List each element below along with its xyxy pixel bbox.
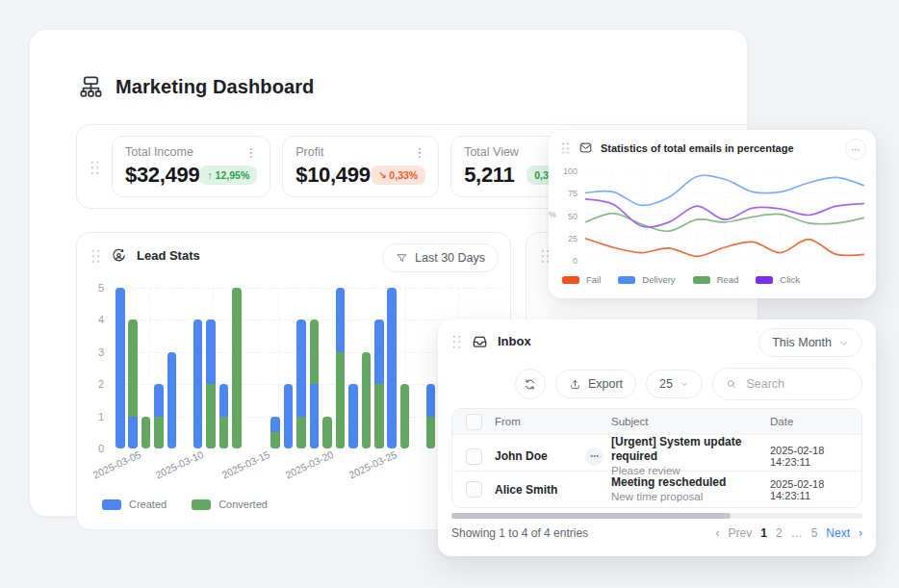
y-tick: 100 xyxy=(560,166,578,176)
column-date: Date xyxy=(770,416,862,427)
subject-cell: Meeting rescheduledNew time proposal xyxy=(611,475,770,504)
scrollbar-thumb[interactable] xyxy=(451,513,731,519)
y-tick: 0 xyxy=(85,443,104,454)
lead-stats-title: Lead Stats xyxy=(137,248,200,263)
table-row[interactable]: John Doe⋯ [Urgent] System update require… xyxy=(452,434,861,471)
y-tick: 2 xyxy=(85,378,104,390)
y-tick: 5 xyxy=(85,282,104,294)
page-item-next[interactable]: Next xyxy=(826,526,850,540)
drag-handle-icon[interactable] xyxy=(451,334,462,348)
y-tick: 4 xyxy=(85,314,104,325)
funnel-icon xyxy=(396,252,408,265)
x-tick-label: 2025-03-20 xyxy=(284,448,336,481)
ellipsis-menu-button[interactable]: ⋯ xyxy=(845,139,866,160)
date-cell: 2025-02-18 14:23:11 xyxy=(770,478,862,501)
x-tick-label: 2025-03-25 xyxy=(347,448,399,481)
bar-segment xyxy=(141,417,151,448)
kpi-label: Total View xyxy=(464,145,519,159)
period-value: This Month xyxy=(772,336,832,349)
bar-segment xyxy=(167,352,177,448)
drag-handle-icon[interactable] xyxy=(90,248,101,263)
page-item--[interactable]: … xyxy=(791,526,803,540)
kpi-card-profit: Profit ⋮ $10,499 ↘ 0,33% xyxy=(282,136,439,197)
refresh-icon xyxy=(523,377,537,392)
bar-segment xyxy=(116,288,125,448)
search-box[interactable] xyxy=(712,368,862,400)
refresh-button[interactable] xyxy=(515,369,546,399)
x-tick-label: 2025-03-15 xyxy=(220,448,272,481)
bar-segment xyxy=(284,384,294,448)
bar-segment xyxy=(232,288,242,448)
lead-legend: CreatedConverted xyxy=(102,499,268,510)
date-cell: 2025-02-18 14:23:11 xyxy=(770,445,862,468)
bar-segment xyxy=(400,384,410,448)
mail-icon xyxy=(578,141,593,155)
chevron-down-icon xyxy=(838,338,849,348)
kpi-label: Total Income xyxy=(125,145,193,159)
entries-summary: Showing 1 to 4 of 4 entries xyxy=(451,526,588,540)
search-input[interactable] xyxy=(744,376,849,392)
kpi-trend-badge: ↘ 0,33% xyxy=(371,166,426,185)
drag-handle-icon[interactable] xyxy=(561,141,570,154)
kebab-menu-icon[interactable]: ⋮ xyxy=(413,146,425,159)
kpi-value: $10,499 xyxy=(295,163,370,188)
legend-swatch xyxy=(192,499,211,510)
y-tick: 75 xyxy=(560,189,578,198)
y-tick: 3 xyxy=(85,346,104,358)
legend-item-delivery: Delivery xyxy=(618,274,675,285)
table-scrollbar[interactable] xyxy=(451,513,862,519)
bar-segment xyxy=(219,417,229,448)
table-row[interactable]: Alice Smith Meeting rescheduledNew time … xyxy=(452,471,861,507)
column-subject: Subject xyxy=(611,416,770,427)
row-menu-button[interactable]: ⋯ xyxy=(585,447,604,466)
y-tick: 50 xyxy=(560,212,578,221)
search-icon xyxy=(726,377,736,391)
page-item-5[interactable]: 5 xyxy=(811,526,818,540)
last-30-days-filter-button[interactable]: Last 30 Days xyxy=(382,243,499,272)
bar-segment xyxy=(348,384,358,448)
y-axis-unit: % xyxy=(543,210,556,219)
kpi-trend-badge: ↑ 12,95% xyxy=(199,166,257,185)
email-statistics-title: Statistics of total emails in percentage xyxy=(601,142,794,154)
legend-swatch xyxy=(102,499,121,510)
legend-item-fail: Fail xyxy=(562,274,601,285)
export-button[interactable]: Export xyxy=(555,370,636,398)
legend-item-converted: Converted xyxy=(192,499,268,510)
gridline xyxy=(116,288,502,289)
inbox-card: Inbox This Month Export 25 xyxy=(438,320,876,556)
row-checkbox[interactable] xyxy=(466,481,482,498)
kebab-menu-icon[interactable]: ⋮ xyxy=(244,146,257,159)
bar-segment xyxy=(193,320,203,448)
pagination: ‹Prev12…5Next› xyxy=(716,526,862,540)
inbox-icon xyxy=(471,332,489,350)
drag-handle-icon[interactable] xyxy=(90,160,100,174)
period-select[interactable]: This Month xyxy=(758,328,862,357)
chevron-down-icon xyxy=(680,379,689,389)
table-header-row: From Subject Date xyxy=(452,409,861,434)
legend-item-created: Created xyxy=(102,499,167,510)
kpi-value: $32,499 xyxy=(125,163,199,188)
legend-swatch xyxy=(756,276,773,284)
select-all-checkbox[interactable] xyxy=(466,414,482,430)
legend-swatch xyxy=(618,276,635,284)
page-item-2[interactable]: 2 xyxy=(776,526,783,540)
page-size-value: 25 xyxy=(659,377,673,391)
page-item--[interactable]: ‹ xyxy=(716,526,720,540)
legend-item-click: Click xyxy=(756,274,800,285)
legend-swatch xyxy=(693,276,710,284)
bar-segment xyxy=(128,417,138,448)
column-from: From xyxy=(495,416,611,427)
bar-segment xyxy=(270,432,280,448)
legend-item-read: Read xyxy=(693,274,739,285)
page-size-select[interactable]: 25 xyxy=(646,370,703,398)
from-cell: Alice Smith xyxy=(495,483,611,497)
bar-segment xyxy=(336,352,346,448)
page-item--[interactable]: › xyxy=(859,526,862,540)
line-chart-legend: FailDeliveryReadClick xyxy=(562,274,800,285)
page-item-1[interactable]: 1 xyxy=(760,526,767,540)
bar-segment xyxy=(426,417,436,448)
row-checkbox[interactable] xyxy=(466,448,482,465)
page-header: Marketing Dashboard xyxy=(78,74,314,100)
page-item-prev[interactable]: Prev xyxy=(729,526,753,540)
email-statistics-card: Statistics of total emails in percentage… xyxy=(549,130,876,298)
